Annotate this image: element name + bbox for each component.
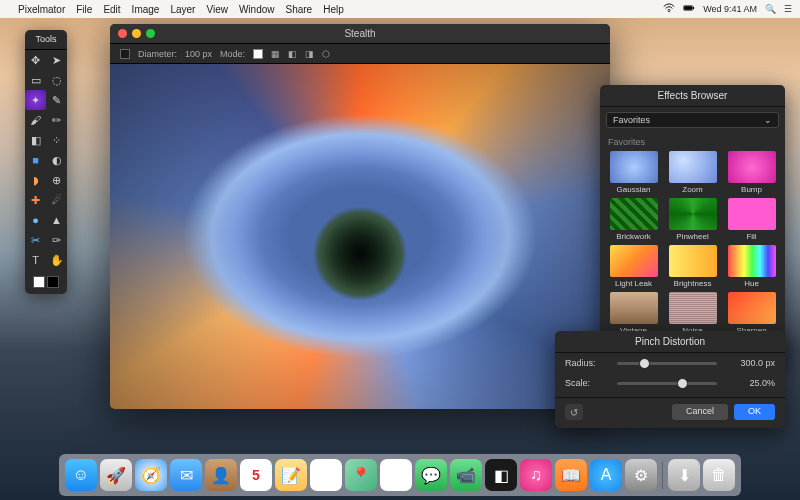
svg-point-0 xyxy=(668,11,670,13)
magic-wand-tool-icon[interactable]: ✦ xyxy=(25,90,46,110)
dock-mail-icon[interactable]: ✉ xyxy=(170,459,202,491)
dock-messages-icon[interactable]: 💬 xyxy=(415,459,447,491)
dock-ibooks-icon[interactable]: 📖 xyxy=(555,459,587,491)
dock-notes-icon[interactable]: 📝 xyxy=(275,459,307,491)
canvas[interactable] xyxy=(110,64,610,409)
effect-sharpen[interactable]: Sharpen xyxy=(724,292,779,335)
sharpen-tool-icon[interactable]: ▲ xyxy=(46,210,67,230)
clone-tool-icon[interactable]: ⊕ xyxy=(46,170,67,190)
tools-palette: Tools ✥ ➤ ▭ ◌ ✦ ✎ 🖌 ✏ ◧ ⁘ ■ ◐ ◗ ⊕ ✚ ☄ ● … xyxy=(25,30,67,294)
mode-subtract-icon[interactable]: ◨ xyxy=(305,49,314,59)
blur-tool-icon[interactable]: ● xyxy=(25,210,46,230)
radius-slider[interactable] xyxy=(617,362,717,365)
mode-mask-icon[interactable]: ▦ xyxy=(271,49,280,59)
dock-trash-icon[interactable]: 🗑 xyxy=(703,459,735,491)
lasso-tool-icon[interactable]: ◌ xyxy=(46,70,67,90)
effect-thumb-icon xyxy=(610,151,658,183)
effect-thumb-icon xyxy=(728,292,776,324)
effect-gaussian[interactable]: Gaussian xyxy=(606,151,661,194)
pinch-distortion-panel: Pinch Distortion Radius: 300.0 px Scale:… xyxy=(555,331,785,428)
dock-preferences-icon[interactable]: ⚙ xyxy=(625,459,657,491)
effects-category-dropdown[interactable]: Favorites ⌄ xyxy=(606,112,779,128)
menu-window[interactable]: Window xyxy=(239,4,275,15)
effect-label: Brightness xyxy=(674,279,712,288)
dock-reminders-icon[interactable]: ☑ xyxy=(310,459,342,491)
effects-browser-panel: Effects Browser Favorites ⌄ Favorites Ga… xyxy=(600,85,785,362)
bucket-tool-icon[interactable]: ◗ xyxy=(25,170,46,190)
ok-button[interactable]: OK xyxy=(734,404,775,420)
heal-tool-icon[interactable]: ✚ xyxy=(25,190,46,210)
menu-layer[interactable]: Layer xyxy=(170,4,195,15)
effect-brightness[interactable]: Brightness xyxy=(665,245,720,288)
effect-label: Fill xyxy=(746,232,756,241)
foreground-color-swatch[interactable] xyxy=(33,276,45,288)
refine-icon[interactable]: ⬡ xyxy=(322,49,330,59)
cancel-button[interactable]: Cancel xyxy=(672,404,728,420)
menu-view[interactable]: View xyxy=(206,4,228,15)
notifications-icon[interactable]: ☰ xyxy=(784,4,792,14)
dock-launchpad-icon[interactable]: 🚀 xyxy=(100,459,132,491)
dock-facetime-icon[interactable]: 📹 xyxy=(450,459,482,491)
shape-tool-icon[interactable]: ■ xyxy=(25,150,46,170)
effect-zoom[interactable]: Zoom xyxy=(665,151,720,194)
effect-hue[interactable]: Hue xyxy=(724,245,779,288)
text-tool-icon[interactable]: T xyxy=(25,250,46,270)
move-tool-icon[interactable]: ✥ xyxy=(25,50,46,70)
menu-app[interactable]: Pixelmator xyxy=(18,4,65,15)
battery-icon[interactable] xyxy=(683,3,695,15)
effect-pinwheel[interactable]: Pinwheel xyxy=(665,198,720,241)
diameter-label: Diameter: xyxy=(138,49,177,59)
document-window: Stealth Diameter: 100 px Mode: ▦ ◧ ◨ ⬡ xyxy=(110,24,610,409)
menu-image[interactable]: Image xyxy=(132,4,160,15)
spray-tool-icon[interactable]: ⁘ xyxy=(46,130,67,150)
reset-button[interactable]: ↺ xyxy=(565,404,583,420)
effect-label: Gaussian xyxy=(617,185,651,194)
scale-slider[interactable] xyxy=(617,382,717,385)
effect-noise[interactable]: Noise xyxy=(665,292,720,335)
pencil-tool-icon[interactable]: ✏ xyxy=(46,110,67,130)
menu-share[interactable]: Share xyxy=(286,4,313,15)
menu-edit[interactable]: Edit xyxy=(103,4,120,15)
effect-bump[interactable]: Bump xyxy=(724,151,779,194)
dock-safari-icon[interactable]: 🧭 xyxy=(135,459,167,491)
background-color-swatch[interactable] xyxy=(47,276,59,288)
brush-size-value[interactable]: 100 px xyxy=(185,49,212,59)
hand-tool-icon[interactable]: ✋ xyxy=(46,250,67,270)
pointer-tool-icon[interactable]: ➤ xyxy=(46,50,67,70)
brush-tool-icon[interactable]: 🖌 xyxy=(25,110,46,130)
marquee-tool-icon[interactable]: ▭ xyxy=(25,70,46,90)
dock-finder-icon[interactable]: ☺ xyxy=(65,459,97,491)
dock-pixelmator-icon[interactable]: ◧ xyxy=(485,459,517,491)
pen-tool-icon[interactable]: ✎ xyxy=(46,90,67,110)
smudge-tool-icon[interactable]: ☄ xyxy=(46,190,67,210)
crop-tool-icon[interactable]: ✂ xyxy=(25,230,46,250)
effect-light-leak[interactable]: Light Leak xyxy=(606,245,661,288)
tools-title: Tools xyxy=(25,30,67,50)
dock-downloads-icon[interactable]: ⬇ xyxy=(668,459,700,491)
effect-fill[interactable]: Fill xyxy=(724,198,779,241)
wifi-icon[interactable] xyxy=(663,3,675,15)
effect-thumb-icon xyxy=(669,292,717,324)
effect-vintage[interactable]: Vintage xyxy=(606,292,661,335)
dock-calendar-icon[interactable]: 5 xyxy=(240,459,272,491)
dock-appstore-icon[interactable]: A xyxy=(590,459,622,491)
dock-maps-icon[interactable]: 📍 xyxy=(345,459,377,491)
menu-file[interactable]: File xyxy=(76,4,92,15)
eraser-tool-icon[interactable]: ◧ xyxy=(25,130,46,150)
effect-thumb-icon xyxy=(728,151,776,183)
dock-photos-icon[interactable]: ✿ xyxy=(380,459,412,491)
eyedropper-tool-icon[interactable]: ✑ xyxy=(46,230,67,250)
dock-itunes-icon[interactable]: ♫ xyxy=(520,459,552,491)
dock-contacts-icon[interactable]: 👤 xyxy=(205,459,237,491)
spotlight-icon[interactable]: 🔍 xyxy=(765,4,776,14)
menu-help[interactable]: Help xyxy=(323,4,344,15)
window-titlebar[interactable]: Stealth xyxy=(110,24,610,44)
gradient-tool-icon[interactable]: ◐ xyxy=(46,150,67,170)
mode-normal-icon[interactable] xyxy=(253,49,263,59)
mode-add-icon[interactable]: ◧ xyxy=(288,49,297,59)
menubar-clock[interactable]: Wed 9:41 AM xyxy=(703,4,757,14)
effect-label: Zoom xyxy=(682,185,702,194)
effect-brickwork[interactable]: Brickwork xyxy=(606,198,661,241)
brush-preview-icon[interactable] xyxy=(120,49,130,59)
scale-label: Scale: xyxy=(565,378,609,388)
